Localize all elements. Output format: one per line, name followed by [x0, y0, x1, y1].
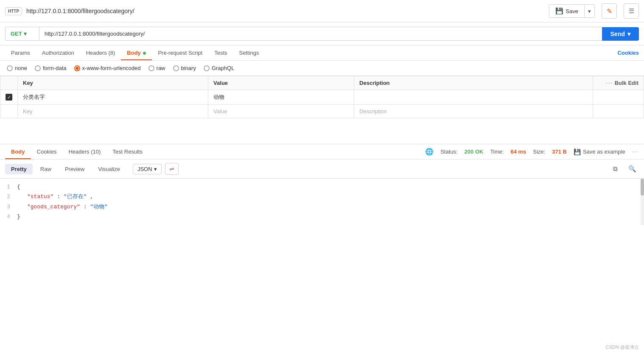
- json-line-4: 4 }: [0, 212, 637, 221]
- search-icon: 🔍: [628, 165, 636, 173]
- tab-params[interactable]: Params: [5, 45, 36, 60]
- http-icon: HTTP: [8, 9, 19, 14]
- json-dropdown-icon: ▾: [154, 166, 157, 172]
- request-bar: GET ▾ Send ▾: [0, 22, 644, 45]
- resp-tab-body[interactable]: Body: [5, 144, 31, 159]
- placeholder-checkbox-cell: [0, 105, 18, 118]
- table-row: ✓ 分类名字 动物: [0, 90, 644, 105]
- json-line-1: 1 {: [0, 182, 637, 192]
- more-options-button[interactable]: ···: [632, 148, 639, 156]
- json-response-body: 1 { 2 "status" : "已存在" , 3 "goods_catego…: [0, 179, 644, 225]
- save-icon: 💾: [574, 148, 581, 155]
- send-label: Send: [610, 31, 625, 37]
- row-key-cell[interactable]: 分类名字: [18, 90, 208, 105]
- url-input[interactable]: [39, 27, 602, 41]
- http-badge: HTTP: [5, 7, 22, 15]
- params-table: Key Value Description ··· Bulk Edit ✓ 分类…: [0, 76, 644, 118]
- row-checkbox-cell[interactable]: ✓: [0, 90, 18, 105]
- save-icon: 💾: [555, 7, 563, 15]
- status-label: Status:: [440, 148, 457, 155]
- tab-body[interactable]: Body: [121, 45, 152, 60]
- json-colon-1: :: [57, 193, 64, 200]
- bulk-edit-button[interactable]: Bulk Edit: [615, 80, 638, 86]
- json-colon-2: :: [84, 204, 90, 210]
- edit-button[interactable]: ✎: [602, 3, 617, 19]
- json-line-2: 2 "status" : "已存在" ,: [0, 192, 637, 202]
- fmt-tab-pretty[interactable]: Pretty: [5, 164, 33, 174]
- vertical-scrollbar[interactable]: [641, 179, 644, 225]
- placeholder-row: Key Value Description: [0, 105, 644, 118]
- col-checkbox: [0, 76, 18, 90]
- body-tab-label: Body: [127, 50, 141, 56]
- send-button[interactable]: Send ▾: [602, 27, 639, 41]
- line-num-1: 1: [0, 182, 17, 192]
- scrollbar-thumb[interactable]: [641, 179, 644, 196]
- row-description-cell[interactable]: [354, 90, 593, 105]
- comment-icon: ☰: [629, 7, 634, 15]
- radio-x-www[interactable]: x-www-form-urlencoded: [74, 65, 141, 71]
- tab-settings[interactable]: Settings: [233, 45, 265, 60]
- radio-none[interactable]: none: [7, 65, 27, 71]
- json-val-goods: "动物": [90, 204, 108, 210]
- placeholder-value-cell[interactable]: Value: [208, 105, 354, 118]
- col-key-header: Key: [18, 76, 208, 90]
- wrap-icon: ⇌: [169, 165, 174, 172]
- row-value-cell[interactable]: 动物: [208, 90, 354, 105]
- radio-x-www-circle: [74, 65, 80, 71]
- save-button[interactable]: 💾 Save: [549, 5, 584, 17]
- globe-icon: 🌐: [425, 148, 434, 156]
- save-dropdown-button[interactable]: ▾: [584, 6, 594, 17]
- url-display: http://127.0.0.1:8000/filtergoodscategor…: [26, 8, 545, 14]
- resp-tab-cookies[interactable]: Cookies: [31, 144, 63, 159]
- status-value: 200 OK: [465, 148, 484, 155]
- line-num-3: 3: [0, 202, 17, 212]
- time-value: 64 ms: [510, 148, 526, 155]
- radio-binary[interactable]: binary: [173, 65, 196, 71]
- method-selector[interactable]: GET ▾: [5, 27, 39, 41]
- resp-tab-headers[interactable]: Headers (10): [62, 144, 106, 159]
- radio-form-data-label: form-data: [43, 65, 67, 71]
- radio-form-data[interactable]: form-data: [35, 65, 67, 71]
- col-description-header: Description: [354, 76, 593, 90]
- body-active-dot: [143, 52, 146, 55]
- more-dots-icon: ···: [606, 80, 613, 86]
- format-right-actions: ⧉ 🔍: [608, 163, 639, 175]
- fmt-tab-visualize[interactable]: Visualize: [92, 164, 126, 174]
- json-format-selector[interactable]: JSON ▾: [133, 164, 162, 174]
- tab-authorization[interactable]: Authorization: [36, 45, 80, 60]
- tab-cookies[interactable]: Cookies: [617, 45, 639, 60]
- placeholder-description-cell[interactable]: Description: [354, 105, 593, 118]
- fmt-tab-preview[interactable]: Preview: [59, 164, 90, 174]
- method-dropdown-icon: ▾: [24, 31, 27, 37]
- json-val-status: "已存在": [64, 193, 87, 200]
- fmt-tab-raw[interactable]: Raw: [34, 164, 57, 174]
- resp-tab-test-results[interactable]: Test Results: [106, 144, 148, 159]
- tab-pre-request-script[interactable]: Pre-request Script: [152, 45, 208, 60]
- size-value: 371 B: [552, 148, 567, 155]
- wrap-button[interactable]: ⇌: [165, 163, 179, 175]
- tab-tests[interactable]: Tests: [208, 45, 233, 60]
- copy-button[interactable]: ⧉: [608, 163, 622, 175]
- radio-graphql[interactable]: GraphQL: [204, 65, 234, 71]
- json-key-goods: "goods_category": [27, 204, 80, 210]
- json-line-3: 3 "goods_category" : "动物": [0, 202, 637, 212]
- row-extra-cell: [593, 90, 644, 105]
- json-format-label: JSON: [137, 166, 152, 172]
- line-num-4: 4: [0, 212, 17, 221]
- url-bar: HTTP http://127.0.0.1:8000/filtergoodsca…: [0, 0, 644, 22]
- chevron-down-icon: ▾: [588, 8, 591, 14]
- method-label: GET: [11, 31, 22, 37]
- json-key-status: "status": [27, 193, 53, 200]
- placeholder-key-cell[interactable]: Key: [18, 105, 208, 118]
- search-button[interactable]: 🔍: [625, 163, 639, 175]
- bulk-edit-header: ··· Bulk Edit: [593, 76, 644, 90]
- save-example-button[interactable]: 💾 Save as example: [574, 148, 625, 155]
- radio-graphql-circle: [204, 65, 210, 71]
- checked-checkbox[interactable]: ✓: [6, 94, 12, 101]
- tab-headers[interactable]: Headers (8): [80, 45, 121, 60]
- comment-button[interactable]: ☰: [624, 3, 639, 19]
- radio-raw-circle: [148, 65, 154, 71]
- radio-none-circle: [7, 65, 13, 71]
- radio-raw[interactable]: raw: [148, 65, 165, 71]
- json-close-brace: }: [17, 212, 20, 221]
